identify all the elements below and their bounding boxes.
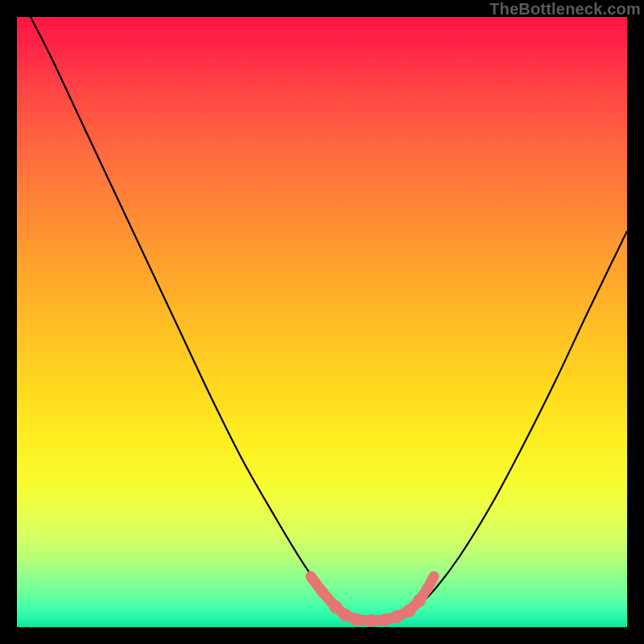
curve-marker: [402, 605, 415, 617]
curve-marker: [306, 572, 316, 581]
curve-marker: [365, 614, 378, 627]
curve-marker: [317, 587, 328, 598]
curve-marker: [422, 583, 433, 594]
curve-marker: [390, 610, 403, 623]
watermark-text: TheBottleneck.com: [489, 0, 641, 19]
curve-marker: [429, 572, 439, 581]
bottleneck-curve: [17, 17, 627, 621]
curve-markers: [306, 572, 439, 627]
curve-layer: [17, 17, 627, 627]
curve-marker: [351, 613, 364, 626]
curve-marker: [339, 609, 352, 621]
plot-area: [17, 17, 627, 627]
curve-marker: [378, 613, 391, 626]
chart-frame: TheBottleneck.com: [0, 0, 644, 644]
curve-marker: [413, 594, 426, 607]
